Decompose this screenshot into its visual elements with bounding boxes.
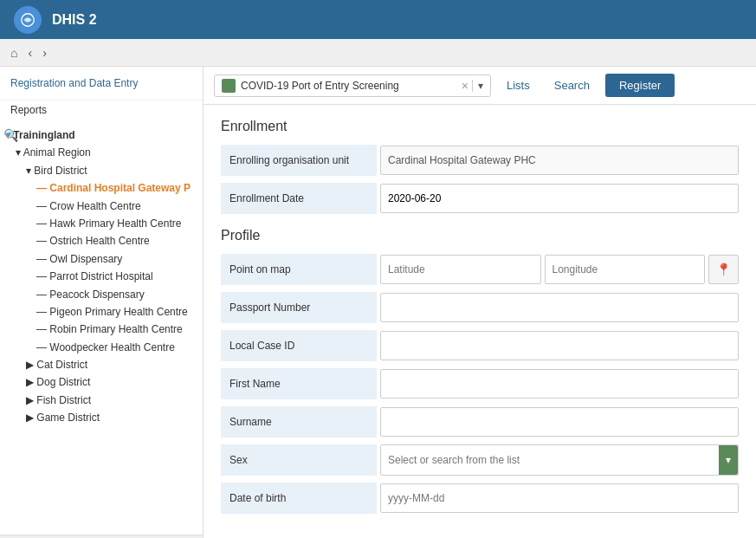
- org-unit-tree: 🔍 ▾ Trainingland▾ Animal Region▾ Bird Di…: [0, 123, 203, 538]
- program-close-icon[interactable]: ×: [462, 79, 468, 93]
- tree-item[interactable]: ▾ Bird District: [5, 162, 203, 179]
- enrolling-org-unit-field: [380, 146, 739, 175]
- passport-number-group: Passport Number: [221, 292, 739, 323]
- passport-number-input[interactable]: [380, 293, 739, 322]
- tree-item[interactable]: — Owl Dispensary: [5, 250, 203, 268]
- enrolling-org-unit-input[interactable]: [380, 146, 739, 175]
- sidebar-nav: Registration and Data Entry: [0, 67, 203, 100]
- tree-item[interactable]: — Pigeon Primary Health Centre: [5, 303, 203, 321]
- point-on-map-label: Point on map: [221, 254, 377, 285]
- passport-number-label: Passport Number: [221, 292, 377, 323]
- back-icon[interactable]: ‹: [24, 44, 36, 62]
- home-icon[interactable]: ⌂: [7, 44, 21, 62]
- longitude-input[interactable]: [545, 255, 706, 284]
- enrollment-date-label: Enrollment Date: [221, 183, 377, 214]
- sex-dropdown-button[interactable]: ▾: [719, 445, 738, 475]
- sidebar: Registration and Data Entry Reports 🔍 ▾ …: [0, 67, 204, 538]
- tree-item[interactable]: — Cardinal Hospital Gateway P: [5, 179, 203, 197]
- latitude-input[interactable]: [380, 255, 541, 284]
- sidebar-item-registration[interactable]: Registration and Data Entry: [10, 74, 192, 93]
- tree-item[interactable]: ▶ Fish District: [5, 392, 203, 409]
- surname-input[interactable]: [380, 407, 739, 437]
- form-area: Enrollment Enrolling organisation unit E…: [204, 105, 756, 538]
- program-selector[interactable]: COVID-19 Port of Entry Screening × ▾: [214, 75, 491, 97]
- top-bar: DHIS 2: [0, 0, 756, 39]
- profile-section-title: Profile: [221, 228, 739, 243]
- program-dropdown-icon[interactable]: ▾: [472, 80, 483, 92]
- local-case-id-input[interactable]: [380, 331, 739, 360]
- tree-item[interactable]: — Robin Primary Health Centre: [5, 321, 203, 338]
- local-case-id-label: Local Case ID: [221, 330, 377, 361]
- tree-item[interactable]: ▾ Trainingland: [5, 126, 203, 144]
- tree-item[interactable]: ▶ Dog District: [5, 373, 203, 391]
- map-pin-button[interactable]: 📍: [708, 255, 739, 284]
- first-name-field: [380, 369, 739, 399]
- enrolling-org-unit-group: Enrolling organisation unit: [221, 145, 739, 176]
- date-of-birth-input[interactable]: [380, 483, 739, 513]
- tree-item[interactable]: — Woodpecker Health Centre: [5, 339, 203, 356]
- tree-item[interactable]: ▶ Cat District: [5, 356, 203, 373]
- sex-label: Sex: [221, 444, 377, 476]
- point-on-map-group: Point on map 📍: [221, 254, 739, 285]
- enrolling-org-unit-label: Enrolling organisation unit: [221, 145, 377, 176]
- local-case-id-field: [380, 331, 739, 360]
- sex-field: ▾: [380, 444, 739, 476]
- date-of-birth-field: [380, 483, 739, 513]
- sidebar-item-reports[interactable]: Reports: [0, 100, 203, 123]
- surname-label: Surname: [221, 406, 377, 438]
- enrollment-date-input[interactable]: [380, 184, 739, 213]
- tree-item[interactable]: — Hawk Primary Health Centre: [5, 215, 203, 232]
- surname-group: Surname: [221, 406, 739, 438]
- program-name: COVID-19 Port of Entry Screening: [241, 80, 462, 92]
- sub-nav: ⌂ ‹ ›: [0, 39, 756, 67]
- tree-item[interactable]: — Parrot District Hospital: [5, 268, 203, 285]
- sex-input[interactable]: [381, 445, 719, 475]
- program-icon: [222, 79, 236, 93]
- app-title: DHIS 2: [52, 12, 97, 28]
- tree-item[interactable]: — Crow Health Centre: [5, 198, 203, 215]
- search-button[interactable]: Search: [546, 74, 598, 97]
- first-name-group: First Name: [221, 368, 739, 399]
- lists-button[interactable]: Lists: [498, 74, 539, 97]
- app-logo: [14, 6, 42, 34]
- enrollment-date-field: [380, 184, 739, 213]
- date-of-birth-group: Date of birth: [221, 483, 739, 514]
- surname-field: [380, 407, 739, 437]
- enrollment-date-group: Enrollment Date: [221, 183, 739, 214]
- tree-item[interactable]: — Ostrich Health Centre: [5, 232, 203, 250]
- passport-number-field: [380, 293, 739, 322]
- first-name-label: First Name: [221, 368, 377, 399]
- tree-item[interactable]: ▶ Game District: [5, 409, 203, 426]
- content-area: COVID-19 Port of Entry Screening × ▾ Lis…: [204, 67, 756, 538]
- local-case-id-group: Local Case ID: [221, 330, 739, 361]
- enrollment-section-title: Enrollment: [221, 119, 739, 134]
- tree-item[interactable]: ▾ Animal Region: [5, 144, 203, 161]
- sex-group: Sex ▾: [221, 444, 739, 476]
- horizontal-scrollbar[interactable]: [0, 535, 203, 538]
- tree-item[interactable]: — Peacock Dispensary: [5, 286, 203, 303]
- tree-search-icon: 🔍: [3, 128, 18, 142]
- program-bar: COVID-19 Port of Entry Screening × ▾ Lis…: [204, 67, 756, 105]
- forward-icon[interactable]: ›: [39, 44, 50, 62]
- tree-scroll[interactable]: ▾ Trainingland▾ Animal Region▾ Bird Dist…: [0, 126, 203, 535]
- main-layout: Registration and Data Entry Reports 🔍 ▾ …: [0, 67, 756, 538]
- first-name-input[interactable]: [380, 369, 739, 399]
- register-button[interactable]: Register: [605, 74, 675, 97]
- point-on-map-field: 📍: [380, 255, 739, 284]
- date-of-birth-label: Date of birth: [221, 483, 377, 514]
